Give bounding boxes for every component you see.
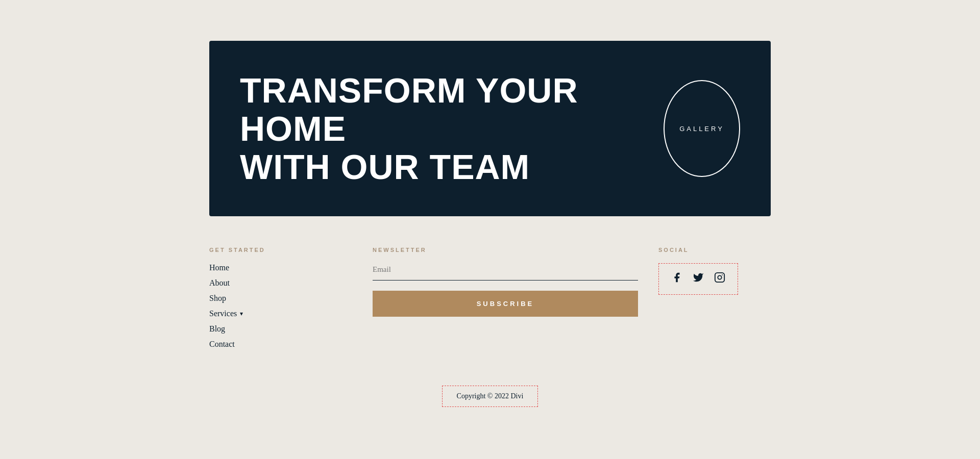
instagram-link[interactable] — [714, 272, 725, 286]
social-column: SOCIAL — [658, 247, 771, 295]
svg-rect-0 — [715, 273, 724, 282]
email-input[interactable] — [373, 263, 638, 276]
facebook-icon — [671, 272, 682, 283]
nav-shop[interactable]: Shop — [209, 294, 352, 303]
subscribe-button[interactable]: SUBSCRIBE — [373, 291, 638, 317]
nav-services-label: Services — [209, 309, 237, 318]
nav-home[interactable]: Home — [209, 263, 352, 272]
gallery-badge-text: GALLERY — [679, 125, 724, 133]
gallery-badge[interactable]: GALLERY — [664, 80, 740, 177]
copyright-section: Copyright © 2022 Divi — [442, 386, 538, 407]
nav-blog[interactable]: Blog — [209, 324, 352, 334]
page-wrapper: TRANSFORM YOUR HOME WITH OUR TEAM GALLER… — [0, 0, 980, 438]
email-input-wrapper — [373, 263, 638, 280]
get-started-column: GET STARTED Home About Shop Services ▾ B… — [209, 247, 352, 355]
hero-title: TRANSFORM YOUR HOME WITH OUR TEAM — [240, 71, 597, 186]
facebook-link[interactable] — [671, 272, 682, 286]
nav-services[interactable]: Services ▾ — [209, 309, 352, 318]
chevron-down-icon: ▾ — [240, 310, 243, 318]
get-started-label: GET STARTED — [209, 247, 352, 253]
hero-title-line1: TRANSFORM YOUR HOME — [240, 71, 578, 148]
copyright-box: Copyright © 2022 Divi — [442, 386, 538, 407]
social-label: SOCIAL — [658, 247, 771, 253]
hero-title-line2: WITH OUR TEAM — [240, 147, 530, 186]
copyright-text: Copyright © 2022 Divi — [457, 392, 524, 400]
twitter-link[interactable] — [693, 272, 704, 286]
twitter-icon — [693, 272, 704, 283]
hero-banner: TRANSFORM YOUR HOME WITH OUR TEAM GALLER… — [209, 41, 771, 216]
footer-section: GET STARTED Home About Shop Services ▾ B… — [209, 247, 771, 355]
nav-about[interactable]: About — [209, 278, 352, 288]
newsletter-label: NEWSLETTER — [373, 247, 638, 253]
instagram-icon — [714, 272, 725, 283]
newsletter-column: NEWSLETTER SUBSCRIBE — [373, 247, 638, 317]
nav-contact[interactable]: Contact — [209, 340, 352, 349]
svg-point-1 — [718, 276, 721, 279]
social-icons-box — [658, 263, 738, 295]
